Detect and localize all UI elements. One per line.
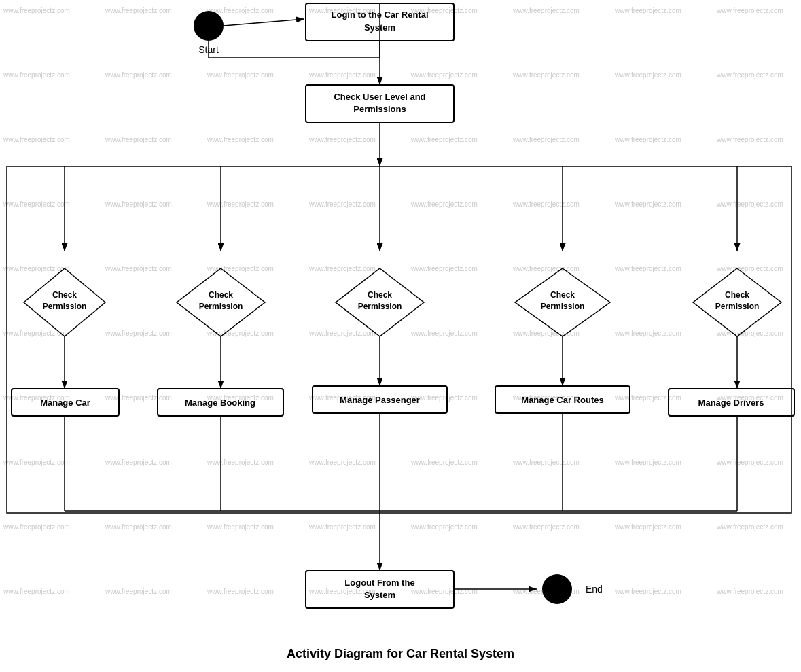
svg-text:Permissions: Permissions bbox=[353, 104, 406, 114]
svg-text:Permission: Permission bbox=[43, 302, 87, 311]
manage-booking-node: Manage Booking bbox=[185, 397, 255, 408]
svg-text:System: System bbox=[364, 22, 395, 33]
svg-text:Permission: Permission bbox=[199, 302, 243, 311]
svg-text:Check: Check bbox=[725, 290, 749, 300]
end-node bbox=[542, 574, 572, 604]
svg-text:System: System bbox=[364, 590, 395, 600]
manage-car-node: Manage Car bbox=[40, 397, 90, 408]
diagram-container: // Generate watermarks const wm = docume… bbox=[0, 0, 801, 672]
svg-line-7 bbox=[224, 19, 304, 26]
manage-passenger-node: Manage Passenger bbox=[340, 395, 420, 405]
svg-text:Permission: Permission bbox=[358, 302, 402, 311]
activity-diagram-svg: Start Login to the Car Rental System Che… bbox=[0, 0, 801, 672]
svg-text:Permission: Permission bbox=[541, 302, 585, 311]
manage-drivers-node: Manage Drivers bbox=[698, 397, 764, 408]
svg-text:Check: Check bbox=[368, 290, 392, 300]
check-user-level-node: Check User Level and bbox=[334, 92, 425, 102]
svg-text:Check: Check bbox=[52, 290, 77, 300]
login-node: Login to the Car Rental bbox=[332, 10, 429, 20]
svg-text:Check: Check bbox=[209, 290, 233, 300]
manage-car-routes-node: Manage Car Routes bbox=[521, 395, 603, 405]
end-label: End bbox=[586, 584, 603, 595]
svg-rect-0 bbox=[7, 166, 791, 513]
svg-text:Permission: Permission bbox=[715, 302, 760, 311]
svg-text:Check: Check bbox=[550, 290, 575, 300]
start-node bbox=[194, 11, 224, 41]
logout-node: Logout From the bbox=[344, 578, 414, 588]
diagram-title: Activity Diagram for Car Rental System bbox=[287, 647, 514, 661]
title-bar: Activity Diagram for Car Rental System bbox=[0, 635, 801, 672]
